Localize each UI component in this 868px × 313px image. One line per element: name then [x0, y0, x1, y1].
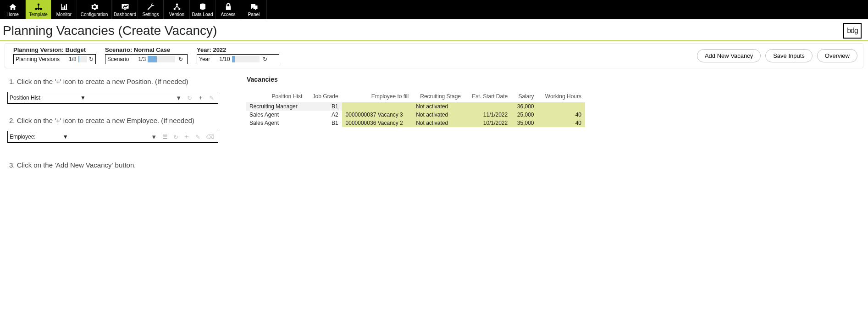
right-column: Vacancies Position Hist Job Grade Employ…	[246, 74, 861, 175]
vacancies-table: Position Hist Job Grade Employee to fill…	[246, 91, 585, 127]
table-row[interactable]: Sales Agent A2 0000000037 Vacancy 3 Not …	[246, 111, 585, 119]
reload-icon[interactable]: ↻	[187, 95, 192, 101]
cell-position: Sales Agent	[246, 119, 306, 127]
filter-name: Scenario	[107, 56, 129, 62]
filter-icon[interactable]: ☰	[162, 134, 168, 140]
chevron-down-icon[interactable]: ▼	[63, 134, 68, 140]
cell-grade: B1	[306, 119, 342, 127]
logo: bdg	[843, 23, 862, 39]
svg-point-5	[173, 8, 176, 10]
cell-hours[interactable]	[538, 102, 585, 111]
filter-year-label: Year: 2022	[197, 46, 279, 53]
cell-employee[interactable]: 0000000036 Vacancy 2	[342, 119, 413, 127]
filter-bar	[78, 56, 87, 62]
filter-count: 1/3	[138, 56, 146, 62]
filter-scenario-label: Scenario: Normal Case	[105, 46, 188, 53]
gear-icon	[90, 3, 99, 11]
nav-label: Access	[221, 12, 235, 17]
panel-icon	[250, 3, 258, 11]
add-new-vacancy-button[interactable]: Add New Vacancy	[697, 49, 761, 62]
nav-dashboard[interactable]: Dashboard	[112, 0, 138, 19]
cell-hours[interactable]: 40	[538, 119, 585, 127]
employee-tools: ▼ ☰ ↻ ＋ ✎ ⌫	[151, 133, 218, 141]
cell-employee[interactable]: 0000000037 Vacancy 3	[342, 111, 413, 119]
plus-icon[interactable]: ＋	[184, 133, 190, 141]
filter-count: 1/10	[219, 56, 230, 62]
cell-employee[interactable]	[342, 102, 413, 111]
nav-panel[interactable]: Panel	[241, 0, 267, 19]
filter-year-widget[interactable]: Year 1/10 ↻	[197, 54, 279, 64]
svg-point-0	[37, 3, 39, 6]
left-column: 1. Click on the '+' icon to create a new…	[7, 74, 218, 175]
cell-position: Sales Agent	[246, 111, 306, 119]
reload-icon[interactable]: ↻	[89, 56, 94, 62]
table-row[interactable]: Recruiting Manager B1 Not activated 36,0…	[246, 102, 585, 111]
employee-selector[interactable]: Employee: ▼ ▼ ☰ ↻ ＋ ✎ ⌫	[7, 131, 218, 143]
instruction-1: 1. Click on the '+' icon to create a new…	[9, 78, 218, 85]
reload-icon[interactable]: ↻	[177, 56, 184, 62]
filter-bar	[148, 56, 175, 62]
chevron-down-icon[interactable]: ▼	[176, 95, 182, 101]
cell-salary[interactable]: 35,000	[511, 119, 537, 127]
title-bar: Planning Vacancies (Create Vacancy) bdg	[0, 19, 868, 40]
dashboard-icon	[121, 3, 129, 11]
position-selector[interactable]: Position Hist: ▼ ▼ ↻ ＋ ✎	[7, 92, 218, 104]
nav-access[interactable]: Access	[216, 0, 241, 19]
body: 1. Click on the '+' icon to create a new…	[0, 71, 868, 178]
filter-bar	[232, 56, 260, 62]
org-icon	[34, 3, 43, 11]
cell-stage[interactable]: Not activated	[412, 119, 464, 127]
filter-count: 1/8	[69, 56, 77, 62]
cell-start[interactable]: 11/1/2022	[464, 111, 511, 119]
position-input[interactable]: Position Hist: ▼	[8, 95, 88, 101]
nav-template[interactable]: Template	[26, 0, 51, 19]
nav-settings[interactable]: Settings	[138, 0, 164, 19]
filter-scenario: Scenario: Normal Case Scenario 1/3 ↻	[105, 46, 188, 64]
filter-year: Year: 2022 Year 1/10 ↻	[197, 46, 279, 64]
employee-input[interactable]: Employee: ▼	[8, 134, 70, 140]
filter-name: Planning Versions	[16, 56, 60, 62]
filter-version-widget[interactable]: Planning Versions 1/8 ↻	[13, 54, 96, 64]
vacancies-title: Vacancies	[247, 76, 861, 83]
wrench-icon	[147, 3, 155, 11]
cell-start[interactable]	[464, 102, 511, 111]
nav-label: Version	[169, 12, 184, 17]
nav-home[interactable]: Home	[0, 0, 26, 19]
cell-stage[interactable]: Not activated	[412, 111, 464, 119]
chevron-down-icon[interactable]: ▼	[151, 134, 157, 140]
edit-icon[interactable]: ✎	[195, 134, 200, 140]
th-salary: Salary	[511, 91, 537, 102]
overview-button[interactable]: Overview	[817, 49, 857, 62]
cell-salary[interactable]: 36,000	[511, 102, 537, 111]
nav-dataload[interactable]: Data Load	[190, 0, 216, 19]
th-employee: Employee to fill	[342, 91, 413, 102]
nav-version[interactable]: Version	[164, 0, 190, 19]
table-header-row: Position Hist Job Grade Employee to fill…	[246, 91, 585, 102]
th-start: Est. Start Date	[464, 91, 511, 102]
cell-stage[interactable]: Not activated	[412, 102, 464, 111]
reload-icon[interactable]: ↻	[173, 134, 178, 140]
plus-icon[interactable]: ＋	[198, 94, 204, 102]
filter-version-label: Planning Version: Budget	[13, 46, 96, 53]
nav-monitor[interactable]: Monitor	[51, 0, 77, 19]
th-stage: Recruiting Stage	[412, 91, 464, 102]
page-title: Planning Vacancies (Create Vacancy)	[3, 23, 217, 38]
cell-start[interactable]: 10/1/2022	[464, 119, 511, 127]
position-label: Position Hist:	[10, 95, 42, 101]
cell-salary[interactable]: 25,000	[511, 111, 537, 119]
chevron-down-icon[interactable]: ▼	[80, 95, 86, 101]
save-inputs-button[interactable]: Save Inputs	[765, 49, 813, 62]
table-row[interactable]: Sales Agent B1 0000000036 Vacancy 2 Not …	[246, 119, 585, 127]
filter-strip: Planning Version: Budget Planning Versio…	[5, 43, 863, 68]
clear-icon[interactable]: ⌫	[206, 134, 214, 140]
nav-label: Monitor	[56, 12, 72, 17]
filter-version: Planning Version: Budget Planning Versio…	[13, 46, 96, 64]
nav-configuration[interactable]: Configuration	[77, 0, 112, 19]
top-nav: Home Template Monitor Configuration Dash…	[0, 0, 868, 19]
chart-icon	[60, 3, 68, 11]
filter-scenario-widget[interactable]: Scenario 1/3 ↻	[105, 54, 188, 64]
th-position: Position Hist	[246, 91, 306, 102]
cell-hours[interactable]: 40	[538, 111, 585, 119]
edit-icon[interactable]: ✎	[209, 95, 214, 101]
reload-icon[interactable]: ↻	[261, 56, 269, 62]
